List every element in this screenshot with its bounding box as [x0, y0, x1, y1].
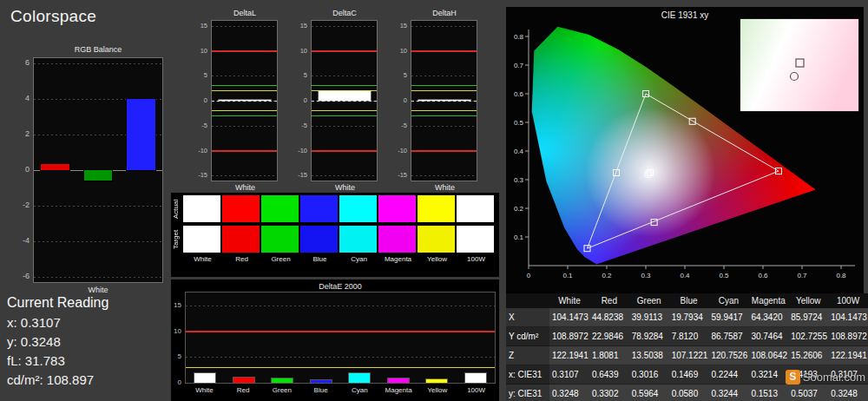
x-axis-label: White	[411, 183, 479, 192]
table-cell: 107.1221	[669, 346, 709, 365]
measurement-table: WhiteRedGreenBlueCyanMagentaYellow100WX1…	[506, 293, 868, 401]
reference-line	[212, 90, 277, 91]
current-reading: Current Reading x: 0.3107 y: 0.3248 fL: …	[7, 295, 108, 390]
color-swatch-actual	[457, 195, 494, 222]
bar-cyan	[349, 373, 370, 383]
table-cell: 122.1941	[828, 346, 868, 365]
delta-e-2000-chart: DeltaE 2000 151050 WhiteRedGreenBlueCyan…	[171, 279, 499, 401]
soomal-logo-icon: S	[786, 370, 800, 385]
reference-line	[312, 150, 377, 152]
color-swatch-target	[418, 226, 455, 253]
y-tick-label: 5	[404, 71, 407, 79]
gridline	[34, 206, 162, 207]
color-swatch-actual	[183, 195, 220, 222]
y-tick-label: 6	[25, 58, 30, 67]
gridline	[411, 76, 477, 76]
delta-c-chart: DeltaC 151050-5-10-15 White	[294, 7, 379, 193]
reference-line	[212, 50, 277, 52]
page-title: Colorspace	[10, 7, 96, 26]
table-header-cell: Blue	[669, 293, 709, 308]
y-tick-label: 0	[404, 96, 407, 104]
chart-title: DeltaL	[210, 9, 279, 17]
reference-line	[411, 150, 477, 152]
swatch-column-label: Red	[222, 255, 261, 263]
x-tick-label: Magenta	[379, 386, 418, 394]
reference-line	[212, 85, 277, 86]
y-tick-label: 10	[201, 46, 207, 54]
table-cell: 1.8081	[589, 346, 629, 365]
table-row-label: x: CIE31	[506, 365, 549, 385]
swatch-column-label: Yellow	[418, 255, 457, 263]
table-header-cell: Cyan	[709, 293, 749, 308]
y-axis: 151050-5-10-15	[394, 20, 409, 181]
reference-line	[186, 331, 495, 332]
table-header-cell: 100W	[828, 293, 868, 308]
gridline	[186, 357, 495, 358]
color-swatch-target	[339, 226, 377, 253]
y-tick-label: 10	[300, 46, 307, 54]
colorspace-screen: Colorspace RGB Balance 6420-2-4-6 White …	[0, 0, 868, 401]
swatch-row-label-target: Target	[172, 226, 181, 253]
white-point-inset	[740, 19, 858, 111]
reference-line	[186, 367, 495, 368]
reference-line	[212, 115, 277, 116]
y-axis: 6420-2-4-6	[10, 57, 31, 283]
chart-title: DeltaE 2000	[185, 282, 496, 291]
svg-text:0.4: 0.4	[514, 148, 524, 155]
table-header-cell: Yellow	[788, 293, 828, 308]
reference-line	[186, 383, 495, 384]
table-cell: 22.9846	[589, 327, 629, 346]
y-tick-label: 0	[178, 378, 181, 386]
delta-h-plot	[411, 20, 477, 181]
svg-text:0.8: 0.8	[514, 33, 524, 41]
y-tick-label: -2	[23, 200, 30, 209]
table-cell: 104.1473	[828, 308, 868, 327]
table-cell: 0.6439	[589, 365, 629, 385]
y-tick-label: 15	[400, 21, 407, 29]
table-cell: 122.1941	[549, 346, 589, 365]
y-tick-label: -10	[298, 146, 307, 154]
svg-text:0.1: 0.1	[562, 272, 573, 279]
reference-line	[212, 110, 277, 111]
gridline	[34, 241, 162, 242]
svg-text:0.8: 0.8	[836, 272, 846, 279]
table-cell: 0.3248	[828, 385, 868, 401]
y-tick-label: 15	[201, 21, 207, 29]
reading-x: x: 0.3107	[7, 313, 108, 332]
swatch-column-label: 100W	[457, 255, 496, 263]
gridline	[312, 76, 377, 76]
swatch-column-label: Blue	[300, 255, 339, 263]
x-axis-labels: WhiteRedGreenBlueCyanMagentaYellow100W	[185, 386, 496, 394]
svg-text:0.4: 0.4	[680, 272, 690, 279]
current-reading-title: Current Reading	[7, 295, 108, 311]
svg-text:0.1: 0.1	[514, 233, 524, 241]
color-swatch-target	[261, 226, 299, 253]
bar-magenta	[388, 378, 409, 383]
y-tick-label: -15	[298, 171, 307, 179]
svg-text:0.3: 0.3	[641, 272, 651, 279]
x-axis-label: White	[311, 183, 379, 192]
table-cell: 15.2606	[788, 346, 828, 365]
reference-line	[312, 115, 377, 116]
x-tick-label: Green	[263, 386, 302, 394]
svg-text:0.5: 0.5	[719, 272, 729, 279]
table-cell: 0.3214	[748, 365, 788, 385]
y-tick-label: 2	[25, 129, 30, 138]
table-cell: 44.8238	[589, 308, 629, 327]
swatch-column-label: Magenta	[378, 255, 418, 263]
color-swatch-actual	[378, 195, 416, 222]
chart-title: DeltaC	[310, 9, 379, 17]
x-axis-label: White	[211, 183, 279, 192]
reference-line	[411, 110, 477, 111]
bar-green	[272, 378, 293, 383]
y-tick-label: -15	[398, 171, 407, 179]
gridline	[34, 63, 162, 64]
table-cell: 0.5037	[788, 385, 828, 401]
table-header-cell: Green	[629, 293, 669, 308]
x-tick-label: White	[185, 386, 224, 394]
gridline	[312, 126, 377, 127]
actual-swatch-row	[183, 195, 494, 222]
svg-text:0.6: 0.6	[758, 272, 768, 279]
x-tick-label: 100W	[457, 386, 496, 394]
y-tick-label: 5	[304, 71, 307, 79]
